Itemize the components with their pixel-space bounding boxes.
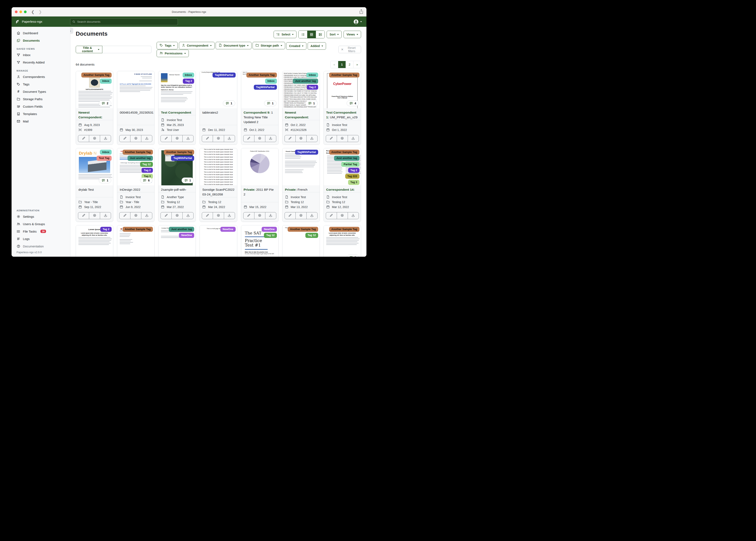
tag-pill[interactable]: Test Tag (97, 156, 112, 161)
document-thumbnail[interactable]: Lorem ipsumLorem ipsum dolor sit amet, c… (324, 225, 361, 257)
document-card[interactable]: Review of Arbitral Awards Shows Swift Re… (324, 148, 361, 222)
tag-pill[interactable]: Just another tag (169, 227, 194, 232)
edit-document-button[interactable] (161, 135, 172, 142)
tag-pill[interactable]: Inbox (183, 73, 194, 78)
sidebar-item-recently-added[interactable]: Recently Added (12, 59, 70, 66)
tag-pill[interactable]: Just another tag (334, 156, 359, 161)
sidebar-item-correspondents[interactable]: Correspondents (12, 73, 70, 80)
download-document-button[interactable] (224, 135, 235, 142)
document-card[interactable]: CyberPowerPowerPanel® Business EditionUs… (324, 71, 361, 145)
download-document-button[interactable] (100, 135, 111, 142)
search-input[interactable] (77, 20, 176, 24)
tag-pill[interactable]: TagWithPartial (171, 156, 194, 161)
sidebar-item-document-types[interactable]: #Document Types (12, 88, 70, 95)
filter-added-button[interactable]: Added (308, 42, 326, 50)
view-document-button[interactable] (295, 135, 307, 142)
user-menu[interactable] (353, 19, 362, 25)
share-icon[interactable] (359, 9, 363, 15)
document-title[interactable]: Correspondent 14: Review-of-New-York-Fed… (324, 185, 361, 192)
tag-pill[interactable]: Another Sample Tag (81, 73, 112, 78)
tag-pill[interactable]: Tag 3 (348, 180, 359, 185)
tag-pill[interactable]: Tag 12 (305, 233, 318, 238)
download-document-button[interactable] (182, 135, 194, 142)
comment-count-badge[interactable]: 1 (305, 100, 318, 106)
tag-pill[interactable]: Inbox (265, 79, 277, 84)
view-document-button[interactable] (337, 212, 348, 219)
tag-pill[interactable]: Another Sample Tag (329, 73, 359, 78)
document-title[interactable]: Private: 2011 BP Pie 2 (241, 185, 278, 202)
filter-correspondent-button[interactable]: Correspondent (179, 42, 215, 49)
sidebar-item-inbox[interactable]: Inbox (12, 51, 70, 59)
view-list-button[interactable] (299, 31, 307, 38)
tag-pill[interactable]: Tag 2 (100, 227, 112, 232)
download-document-button[interactable] (265, 135, 276, 142)
global-search[interactable] (70, 18, 178, 25)
document-thumbnail[interactable]: Boundary Waters TripAnother Sample TagTa… (158, 148, 196, 185)
views-button[interactable]: Views (344, 31, 361, 38)
view-document-button[interactable] (171, 135, 183, 142)
reset-filters-button[interactable]: ✕ Reset filters (338, 46, 361, 53)
view-document-button[interactable] (295, 212, 307, 219)
document-title[interactable]: InDesign 2022 Scripting Read Me (117, 185, 154, 192)
view-detail-button[interactable] (316, 31, 325, 38)
document-title[interactable]: drylab Test (76, 185, 113, 197)
app-brand[interactable]: Paperless-ngx (12, 20, 70, 24)
filter-tags-button[interactable]: Tags (157, 42, 178, 49)
comment-count-badge[interactable]: 1 (182, 178, 194, 183)
filter-document-type-button[interactable]: Document type (216, 42, 252, 49)
filter-created-button[interactable]: Created (286, 42, 306, 50)
document-card[interactable]: This is a testAnother Sample TagTag 12 (282, 225, 320, 257)
sidebar-item-file-tasks[interactable]: File Tasks16 (12, 228, 70, 235)
tag-pill[interactable]: Another Sample Tag (246, 73, 277, 78)
browser-forward-icon[interactable]: ❯ (39, 9, 42, 14)
document-card[interactable]: Serial Number,Company Name,Employe978818… (282, 71, 320, 145)
edit-document-button[interactable] (285, 135, 296, 142)
edit-document-button[interactable] (202, 212, 213, 219)
document-thumbnail[interactable]: Country,Region/State,"City","ValTagWithP… (200, 71, 237, 108)
edit-document-button[interactable] (285, 212, 296, 219)
edit-document-button[interactable] (326, 212, 337, 219)
tag-pill[interactable]: Another Sample Tag (329, 150, 359, 155)
document-card[interactable]: This is a test for the double space char… (200, 148, 237, 222)
download-document-button[interactable] (100, 212, 111, 219)
document-thumbnail[interactable]: Test NameAnother Sample Tag (117, 225, 154, 257)
tag-pill[interactable]: Tag 2 (183, 79, 194, 84)
download-document-button[interactable] (224, 212, 235, 219)
sidebar-item-custom-fields[interactable]: Custom Fields (12, 103, 70, 110)
tag-pill[interactable]: Tag 2 (307, 85, 318, 90)
document-card[interactable]: Patient BP Distribution 2011Private: 201… (241, 148, 279, 222)
document-title[interactable]: Newest Correspondent: Sample100.csv (282, 108, 320, 120)
document-title[interactable]: Private: French Country Bread Revised.do… (282, 185, 320, 192)
document-card[interactable]: NAPOLEON BONAPARTEAnother Sample TagInbo… (76, 71, 113, 145)
tag-pill[interactable]: Another Sample Tag (164, 150, 194, 155)
edit-document-button[interactable] (119, 135, 130, 142)
document-thumbnail[interactable]: Medical TeacherHas the new Kirkpatrick g… (158, 71, 196, 108)
tag-pill[interactable]: Another Sample Tag (288, 227, 318, 232)
document-thumbnail[interactable]: The SATPracticeTest #1Make time to take … (241, 225, 278, 257)
sort-button[interactable]: Sort (327, 31, 342, 38)
sidebar-item-documentation[interactable]: Documentation (12, 243, 70, 250)
document-thumbnail[interactable]: Lorem ipsumLorem ipsum dolor sit amet, c… (76, 225, 113, 257)
window-controls[interactable] (15, 11, 27, 13)
sidebar-collapse-button[interactable]: « (70, 28, 73, 34)
comment-count-badge[interactable]: 5 (347, 255, 359, 257)
sidebar-item-mail[interactable]: Mail (12, 118, 70, 125)
document-thumbnail[interactable]: Patient BP Distribution 2011 (241, 148, 278, 185)
tag-pill[interactable]: Another Sample Tag (123, 150, 153, 155)
download-document-button[interactable] (141, 135, 152, 142)
document-title[interactable]: Sonstige ScanPC2022 03-24_081058 (200, 185, 237, 197)
download-document-button[interactable] (348, 135, 359, 142)
document-thumbnail[interactable]: AdobeInDesign Scripting DocumentationAno… (117, 148, 154, 185)
document-card[interactable]: Lorem ipsumLorem ipsum dolor sit amet, c… (76, 225, 113, 257)
filter-text-input[interactable] (102, 46, 151, 53)
document-card[interactable]: one,1.0five,5.0Another Sample TagInboxTa… (241, 71, 279, 145)
document-card[interactable]: This is a multi page document. Page 1.Ne… (200, 225, 237, 257)
document-card[interactable]: Country,Region/State,"City","ValTagWithP… (200, 71, 237, 145)
document-card[interactable]: Drylab NInboxTest Tag1drylab TestYear - … (76, 148, 113, 222)
document-thumbnail[interactable]: This is a test for the double space char… (200, 148, 237, 185)
view-document-button[interactable] (130, 212, 141, 219)
document-thumbnail[interactable]: Serial Number,Company Name,Employe978818… (282, 71, 320, 108)
page-button-1[interactable]: 1 (338, 61, 346, 68)
comment-count-badge[interactable]: 6 (140, 178, 152, 183)
document-thumbnail[interactable]: This is a testAnother Sample TagTag 12 (282, 225, 320, 257)
